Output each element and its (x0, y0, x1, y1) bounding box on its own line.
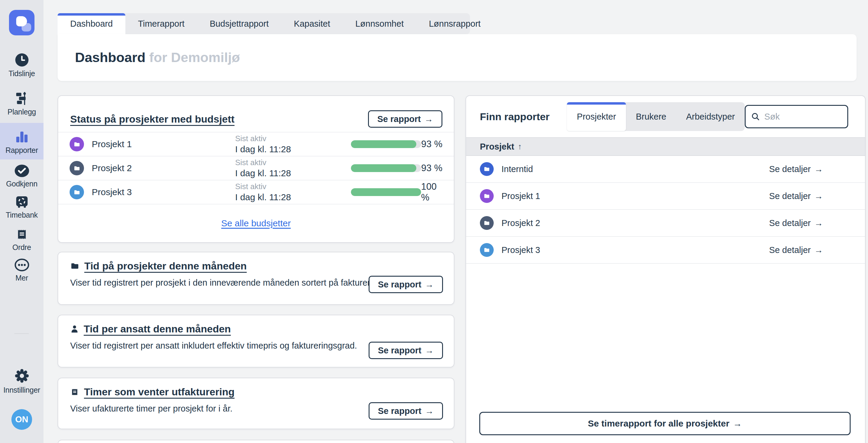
ellipsis-icon (0, 259, 43, 272)
tab-label: Lønnsrapport (429, 19, 481, 29)
sidebar-item-label: Innstillinger (0, 386, 43, 395)
see-all-budgets-link[interactable]: Se alle budsjetter (221, 218, 291, 228)
last-active: Sist aktiv I dag kl. 11:28 (235, 134, 351, 155)
report-card-tid-pa-prosjekter: Tid på prosjekter denne måneden Viser ti… (58, 252, 455, 305)
sidebar-item-planlegg[interactable]: Planlegg (0, 91, 43, 116)
project-folder-icon (480, 189, 494, 203)
arrow-right-icon: → (814, 191, 823, 201)
budget-row: Prosjekt 2 Sist aktiv I dag kl. 11:28 93… (58, 156, 454, 180)
sidebar-item-innstillinger[interactable]: Innstillinger (0, 368, 43, 395)
tab-dashboard[interactable]: Dashboard (58, 13, 125, 34)
budget-status-card: Status på prosjekter med budsjett Se rap… (58, 95, 455, 243)
progress-percent: 93 % (421, 139, 442, 149)
person-icon (70, 324, 79, 334)
find-reports-panel: Finn rapporter Prosjekter Brukere Arbeid… (465, 95, 866, 443)
arrow-right-icon: → (425, 114, 433, 124)
project-name: Interntid (501, 164, 533, 174)
last-active: Sist aktiv I dag kl. 11:28 (235, 182, 351, 202)
sidebar-item-mer[interactable]: Mer (0, 259, 43, 282)
tab-label: Timerapport (138, 19, 184, 29)
finder-tabs: Prosjekter Brukere Arbeidstyper (567, 102, 745, 131)
sidebar-item-label: Mer (0, 274, 43, 282)
clock-icon (0, 53, 43, 67)
arrow-right-icon: → (425, 280, 434, 289)
finder-tab-prosjekter[interactable]: Prosjekter (567, 102, 626, 131)
arrow-right-icon: → (814, 164, 823, 174)
see-details-link[interactable]: Se detaljer→ (769, 245, 823, 255)
project-name: Prosjekt 1 (92, 139, 132, 149)
receipt-icon (70, 387, 79, 397)
bar-chart-icon (0, 130, 43, 144)
arrow-right-icon: → (814, 218, 823, 228)
sidebar-divider (14, 333, 29, 334)
page-subtitle: for Demomiljø (149, 50, 240, 65)
search-box (745, 105, 848, 128)
progress-bar (351, 140, 421, 148)
timesheet-all-projects-button[interactable]: Se timerapport for alle prosjekter→ (479, 412, 850, 435)
partial-next-card (58, 440, 455, 443)
sidebar-item-rapporter[interactable]: Rapporter (0, 130, 43, 155)
tab-timerapport[interactable]: Timerapport (125, 13, 197, 34)
budget-see-report-button[interactable]: Se rapport→ (368, 110, 442, 128)
project-folder-icon (70, 185, 84, 199)
finder-tab-arbeidstyper[interactable]: Arbeidstyper (676, 102, 745, 131)
see-report-button[interactable]: Se rapport→ (369, 342, 443, 359)
sidebar-item-label: Godkjenn (0, 179, 43, 188)
page-title: Dashboard for Demomiljø (75, 50, 240, 65)
sidebar-item-godkjenn[interactable]: Godkjenn (0, 164, 43, 188)
progress-bar (351, 188, 421, 196)
budget-card-title: Status på prosjekter med budsjett (70, 113, 235, 125)
finder-row-prosjekt-3[interactable]: Prosjekt 3 Se detaljer→ (466, 237, 865, 264)
tab-budsjettrapport[interactable]: Budsjettrapport (197, 13, 281, 34)
tab-lonnsrapport[interactable]: Lønnsrapport (416, 13, 493, 34)
report-tabstrip: Dashboard Timerapport Budsjettrapport Ka… (58, 13, 470, 34)
user-avatar[interactable]: ON (11, 409, 32, 430)
sidebar-item-label: Tidslinje (0, 69, 43, 78)
finder-row-interntid[interactable]: Interntid Se detaljer→ (466, 156, 865, 183)
finder-tab-label: Arbeidstyper (686, 112, 735, 122)
see-details-link[interactable]: Se detaljer→ (769, 191, 823, 201)
report-card-timer-venter-utfakturering: Timer som venter utfakturering Viser ufa… (58, 378, 455, 429)
project-name: Prosjekt 1 (501, 191, 540, 201)
column-header-prosjekt[interactable]: Prosjekt↑ (466, 137, 865, 156)
see-details-link[interactable]: Se detaljer→ (769, 218, 823, 228)
search-icon (751, 112, 760, 121)
sidebar: Tidslinje Planlegg Rapporter Godkjenn Ti… (0, 0, 43, 443)
finder-tab-label: Prosjekter (577, 112, 616, 122)
finder-row-prosjekt-1[interactable]: Prosjekt 1 Se detaljer→ (466, 183, 865, 210)
sort-ascending-icon: ↑ (518, 142, 522, 151)
folder-icon (70, 261, 80, 271)
check-circle-icon (0, 164, 43, 177)
project-name: Prosjekt 3 (501, 245, 540, 255)
report-card-title: Timer som venter utfakturering (84, 386, 235, 398)
sidebar-item-timebank[interactable]: Timebank (0, 195, 43, 219)
finder-tab-brukere[interactable]: Brukere (626, 102, 676, 131)
finder-row-prosjekt-2[interactable]: Prosjekt 2 Se detaljer→ (466, 210, 865, 237)
page-header: Dashboard for Demomiljø (58, 34, 857, 81)
arrow-right-icon: → (425, 406, 434, 416)
arrow-right-icon: → (733, 418, 742, 429)
search-input[interactable] (764, 112, 842, 122)
finder-title: Finn rapporter (480, 111, 550, 123)
arrow-right-icon: → (425, 346, 434, 355)
progress-percent: 100 % (421, 181, 442, 203)
sidebar-item-ordre[interactable]: Ordre (0, 228, 43, 252)
arrow-right-icon: → (814, 245, 823, 255)
project-folder-icon (480, 216, 494, 230)
budget-row: Prosjekt 3 Sist aktiv I dag kl. 11:28 10… (58, 180, 454, 204)
progress-bar (351, 164, 421, 172)
receipt-icon (0, 228, 43, 241)
sidebar-item-tidslinje[interactable]: Tidslinje (0, 53, 43, 78)
tab-label: Budsjettrapport (210, 19, 269, 29)
sidebar-item-label: Rapporter (0, 146, 43, 155)
see-report-button[interactable]: Se rapport→ (369, 276, 443, 293)
see-report-button[interactable]: Se rapport→ (369, 402, 443, 420)
sidebar-item-label: Timebank (0, 211, 43, 219)
see-details-link[interactable]: Se detaljer→ (769, 164, 823, 174)
app-logo[interactable] (9, 10, 34, 35)
progress-bar-fill (351, 188, 421, 196)
tab-label: Kapasitet (294, 19, 330, 29)
tab-lonnsomhet[interactable]: Lønnsomhet (343, 13, 416, 34)
report-card-title: Tid per ansatt denne måneden (84, 323, 231, 335)
tab-kapasitet[interactable]: Kapasitet (281, 13, 343, 34)
